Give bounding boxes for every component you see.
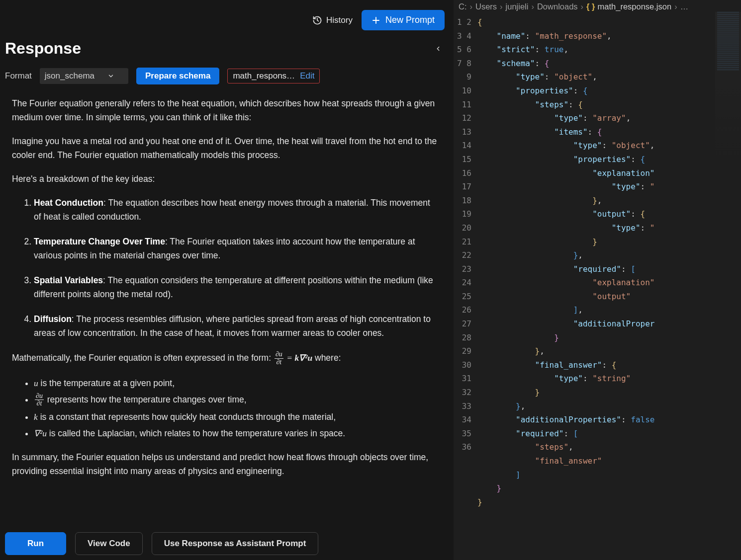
- minimap[interactable]: [715, 12, 741, 161]
- chevron-down-icon: [107, 73, 114, 80]
- breadcrumb-segment[interactable]: junjieli: [506, 2, 529, 11]
- breadcrumb-filename: math_response.json: [598, 2, 672, 11]
- list-item: Heat Conduction: The equation describes …: [34, 196, 440, 224]
- editor-panel: C:›Users›junjieli›Downloads›{ }math_resp…: [454, 0, 741, 560]
- equation-post-text: where:: [312, 353, 341, 363]
- history-icon: [312, 15, 322, 25]
- bullet-text: is a constant that represents how quickl…: [38, 412, 336, 422]
- equation-rhs: = k∇²u: [284, 353, 312, 363]
- schema-chip: math_respons… Edit: [227, 69, 320, 83]
- history-label: History: [326, 15, 353, 25]
- chevron-right-icon: ›: [674, 2, 677, 11]
- list-item: ∇²u is called the Laplacian, which relat…: [34, 426, 440, 440]
- playground-panel: History New Prompt Response Format json_…: [0, 0, 454, 560]
- fraction-numerator: ∂u: [275, 351, 283, 359]
- response-header: Response: [5, 39, 449, 68]
- fraction: ∂u∂t: [35, 393, 44, 407]
- view-code-button[interactable]: View Code: [75, 532, 143, 555]
- list-item-bold: Temperature Change Over Time: [34, 237, 165, 246]
- format-select[interactable]: json_schema: [40, 68, 128, 84]
- math-symbol: k: [34, 412, 38, 422]
- equation-lhs-fraction: ∂u∂t: [275, 351, 283, 366]
- chevron-right-icon: ›: [470, 2, 473, 11]
- fraction-denominator: ∂t: [275, 359, 282, 366]
- format-selected-value: json_schema: [45, 71, 94, 81]
- chevron-right-icon: ›: [500, 2, 503, 11]
- list-item: Temperature Change Over Time: The Fourie…: [34, 235, 440, 262]
- bullet-text: is the temperature at a given point,: [38, 378, 175, 388]
- bullet-text: is called the Laplacian, which relates t…: [47, 428, 345, 438]
- paragraph: In summary, the Fourier equation helps u…: [12, 450, 440, 478]
- paragraph: Here's a breakdown of the key ideas:: [12, 172, 440, 186]
- response-content[interactable]: The Fourier equation generally refers to…: [5, 96, 449, 525]
- plus-icon: [371, 16, 380, 25]
- chevron-right-icon: ›: [531, 2, 534, 11]
- list-item-bold: Heat Conduction: [34, 198, 103, 208]
- new-prompt-button[interactable]: New Prompt: [362, 10, 445, 30]
- format-label: Format: [5, 71, 32, 81]
- breadcrumb[interactable]: C:›Users›junjieli›Downloads›{ }math_resp…: [454, 0, 741, 13]
- equation-pre-text: Mathematically, the Fourier equation is …: [12, 353, 274, 363]
- list-item: ∂u∂t represents how the temperature chan…: [34, 393, 440, 408]
- bullet-text: represents how the temperature changes o…: [45, 395, 247, 404]
- list-item: k is a constant that represents how quic…: [34, 410, 440, 424]
- list-item: Spatial Variables: The equation consider…: [34, 273, 440, 301]
- json-file-icon: { }: [586, 2, 595, 11]
- list-item-rest: : The process resembles diffusion, where…: [34, 314, 431, 338]
- list-item: u is the temperature at a given point,: [34, 376, 440, 390]
- history-button[interactable]: History: [312, 15, 353, 25]
- paragraph: The Fourier equation generally refers to…: [12, 96, 440, 124]
- prepare-schema-button[interactable]: Prepare schema: [136, 68, 219, 84]
- chevron-right-icon: ›: [581, 2, 584, 11]
- schema-chip-name: math_respons…: [233, 71, 295, 81]
- breadcrumb-segment[interactable]: C:: [459, 2, 467, 11]
- breadcrumb-file[interactable]: { }math_response.json: [586, 2, 671, 11]
- math-symbol: u: [34, 378, 38, 388]
- equation-terms-list: u is the temperature at a given point,∂u…: [12, 376, 440, 441]
- breadcrumb-segment[interactable]: Downloads: [537, 2, 578, 11]
- code-area[interactable]: { "name": "math_response", "strict": tru…: [477, 13, 741, 560]
- list-item-bold: Spatial Variables: [34, 275, 103, 285]
- format-row: Format json_schema Prepare schema math_r…: [5, 68, 449, 96]
- equation-paragraph: Mathematically, the Fourier equation is …: [12, 351, 440, 366]
- new-prompt-label: New Prompt: [385, 15, 435, 25]
- breadcrumb-trailing: …: [680, 2, 689, 11]
- editor-body[interactable]: 1 2 3 4 5 6 7 8 9 10 11 12 13 14 15 16 1…: [454, 13, 741, 560]
- action-buttons: Run View Code Use Response as Assistant …: [5, 525, 449, 555]
- run-button[interactable]: Run: [5, 532, 66, 555]
- page-title: Response: [5, 39, 81, 58]
- key-ideas-list: Heat Conduction: The equation describes …: [12, 196, 440, 340]
- math-symbol: ∇²u: [34, 428, 47, 438]
- use-response-button[interactable]: Use Response as Assistant Prompt: [152, 532, 319, 555]
- breadcrumb-segment[interactable]: Users: [475, 2, 497, 11]
- topbar: History New Prompt: [5, 5, 449, 39]
- line-gutter: 1 2 3 4 5 6 7 8 9 10 11 12 13 14 15 16 1…: [454, 13, 477, 560]
- list-item-bold: Diffusion: [34, 314, 72, 324]
- paragraph: Imagine you have a metal rod and you hea…: [12, 134, 440, 162]
- schema-edit-link[interactable]: Edit: [300, 71, 314, 81]
- list-item: Diffusion: The process resembles diffusi…: [34, 312, 440, 340]
- collapse-caret-icon[interactable]: [435, 44, 449, 54]
